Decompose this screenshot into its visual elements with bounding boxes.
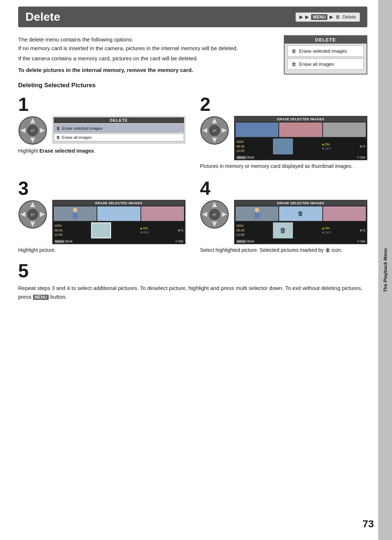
lcd-info-step2: 200408.0512:00 ▲ON ▼OFF 5/ 5 [235,138,367,155]
page-number: 73 [363,518,374,530]
lcd-bottom-step3: MENU Back ↵Set [53,239,185,243]
delete-icon-breadcrumb: 🗑 [335,14,340,20]
thumb-main-step4: 🗑 [273,222,293,238]
menu-inline-btn: MENU [33,295,49,300]
page-title: Delete [25,10,60,24]
lcd-trash-2: 🗑 [56,135,60,140]
trash-icon-caption: 🗑 [325,247,330,253]
off-label-step4: ▼OFF [322,231,331,234]
delete-menu-item-erase-selected-top: 🗑 Erase selected images [287,45,364,57]
dpad-step2: ↵ [200,116,229,145]
step-2-number: 2 [200,95,367,114]
counter-step3: 4/ 5 [178,229,183,232]
on-label-step3: ▲ON [140,226,150,230]
off-label-step3: ▼OFF [140,231,150,234]
step-3-caption: Highlight picture. [18,246,185,254]
thumb-grid-step4: 🗑 [235,206,367,222]
step-4-number: 4 [200,179,367,198]
thumb-grid-step3 [53,206,185,222]
set-btn-step4: ↵Set [357,239,365,243]
svg-text:↵: ↵ [213,212,217,217]
svg-text:↵: ↵ [31,128,35,133]
lcd-bottom-step4: MENU Back ↵Set [235,239,367,243]
step-4-caption: Select highlighted picture. Selected pic… [200,246,367,254]
lcd-delete-menu-step1: DELETE 🗑 Erase selected images 🗑 Erase a… [52,116,185,144]
step-5-text: Repeat steps 3 and 4 to select additiona… [18,284,367,301]
step-1: 1 ↵ DELETE 🗑 [18,95,185,170]
set-btn-step2: ↵Set [357,156,365,159]
step-3: 3 ↵ ERASE SELECTED IMAGES [18,179,185,254]
menu-btn-step3: MENU Back [54,239,73,243]
on-off-step3: ▲ON ▼OFF [140,226,150,234]
thumb-sky-3 [97,206,140,221]
sidebar-tab-label: The Playback Menu [383,248,388,292]
svg-point-30 [255,208,259,212]
thumb-main-step3-highlight [91,222,111,238]
thumb-person-1 [54,206,97,221]
sidebar-tab: The Playback Menu [378,0,392,540]
thumb-person-4 [236,206,278,221]
step-1-number: 1 [18,95,185,114]
on-label-step4: ▲ON [322,226,331,230]
trash-icon-2: 🗑 [291,61,296,67]
lcd-title-step4: ERASE SELECTED IMAGES [235,201,367,206]
breadcrumb-arrow1: ▶ [305,14,309,20]
breadcrumb: ▶ ▶ MENU ▶ 🗑 Delete [295,12,360,22]
dpad-step4: ↵ [200,200,229,229]
play-icon: ▶ [299,14,303,20]
delete-menu-box-top: DELETE 🗑 Erase selected images 🗑 Erase a… [284,35,367,74]
step-1-caption: Highlight Erase selected images. [18,147,185,155]
on-off-step4: ▲ON ▼OFF [322,226,331,234]
breadcrumb-delete-label: Delete [342,14,356,20]
off-label-step2: ▼OFF [322,147,331,150]
step-5-number: 5 [18,261,367,280]
svg-text:↵: ↵ [31,212,35,217]
step-2: 2 ↵ ERASE SELECTED IMAGES [200,95,367,170]
lcd-title-step3: ERASE SELECTED IMAGES [53,201,185,206]
lcd-date-step3: 200408.0512:00 [54,223,63,237]
main-content: Delete ▶ ▶ MENU ▶ 🗑 Delete The delete me… [0,0,378,540]
thumb-rose-3 [141,206,184,221]
lcd-step3: ERASE SELECTED IMAGES 200408.0512:00 ▲ON [52,200,185,244]
lcd-date-step2: 200408.0512:00 [236,140,245,153]
lcd-step1: DELETE 🗑 Erase selected images 🗑 Erase a… [52,116,185,144]
on-label-step2: ▲ON [322,142,331,146]
thumb-rose-4 [323,206,366,221]
step-4: 4 ↵ ERASE SELECTED IMAGES [200,179,367,254]
lcd-step2: ERASE SELECTED IMAGES 200408.0512:00 ▲ON… [234,116,367,160]
set-btn-step3: ↵Set [175,239,183,243]
step-3-number: 3 [18,179,185,198]
svg-text:↵: ↵ [213,128,217,133]
intro-p2: If no memory card is inserted in the cam… [18,44,273,53]
delete-menu-item-erase-all-top: 🗑 Erase all images [287,59,364,70]
step-4-content: ↵ ERASE SELECTED IMAGES 🗑 [200,200,367,244]
svg-rect-22 [73,213,78,219]
step-2-content: ↵ ERASE SELECTED IMAGES 200408.0512:00 [200,116,367,160]
lcd-item-erase-all-step1: 🗑 Erase all images [54,133,184,141]
lcd-date-step4: 200408.0512:00 [236,223,245,237]
step-2-caption: Pictures in memory or memory card displa… [200,162,367,170]
intro-p3: If the camera contains a memory card, pi… [18,54,273,63]
intro-section: The delete menu contains the following o… [18,35,367,74]
menu-btn-step2: MENU Back [236,156,254,159]
on-off-step2: ▲ON ▼OFF [322,142,331,150]
step-5: 5 Repeat steps 3 and 4 to select additio… [18,261,367,301]
delete-menu-title-top: DELETE [285,36,367,44]
lcd-item-erase-selected-step1: 🗑 Erase selected images [54,124,184,132]
thumb-grid-step2 [235,122,367,138]
svg-point-21 [73,208,77,212]
lcd-bottom-step2: MENU Back ↵Set [235,155,367,160]
thumb-3 [323,122,366,137]
lcd-trash-1: 🗑 [56,126,60,130]
lcd-info-step4: 200408.0512:00 🗑 ▲ON ▼OFF 4/ 5 [235,222,367,239]
thumb-1 [236,122,278,137]
lcd-info-step3: 200408.0512:00 ▲ON ▼OFF 4/ 5 [53,222,185,239]
step-3-content: ↵ ERASE SELECTED IMAGES 200408.0512:00 [18,200,185,244]
dpad-step1: ↵ [18,116,47,145]
intro-text: The delete menu contains the following o… [18,35,273,74]
counter-step4: 4/ 5 [360,229,365,232]
thumb-trash-4: 🗑 [279,206,322,221]
thumb-2 [279,122,322,137]
menu-btn-step4: MENU Back [236,239,254,243]
svg-rect-31 [254,213,260,219]
